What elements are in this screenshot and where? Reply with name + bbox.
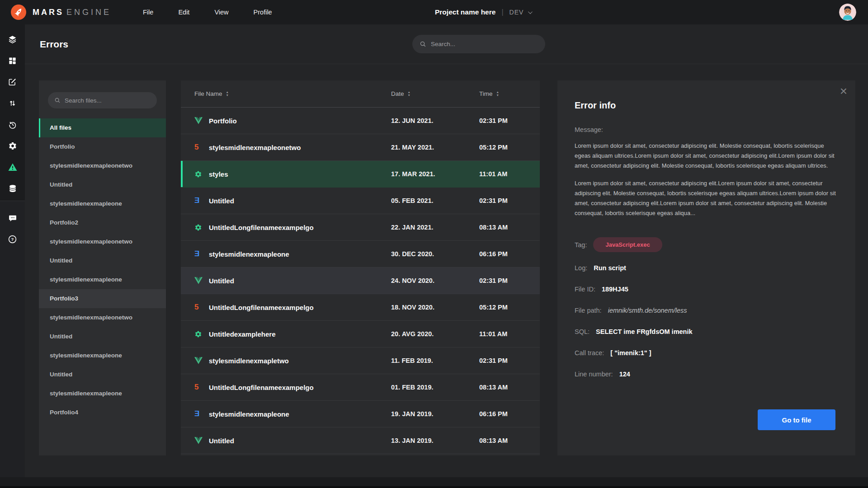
cell-file-name: Untitled: [209, 277, 391, 285]
file-list-item[interactable]: Untitled: [39, 327, 166, 346]
file-list-item[interactable]: Untitled: [39, 175, 166, 194]
file-type-icon-cell: [194, 117, 209, 124]
table-row[interactable]: Ǝstylesmidlenexmapleone30. DEC 2020.06:1…: [181, 241, 540, 267]
field-label: Log:: [575, 264, 587, 272]
table-row[interactable]: Untitled13. JAN 2019.08:13 AM: [181, 427, 540, 454]
file-list-item[interactable]: stylesmidlenexmapleone: [39, 270, 166, 289]
brand-primary: MARS: [33, 8, 64, 17]
error-table-body: Portfolio12. JUN 2021.02:31 PM5stylesmid…: [181, 108, 540, 454]
file-type-icon-cell: Ǝ: [194, 409, 209, 418]
database-icon[interactable]: [0, 178, 25, 199]
cell-time: 06:16 PM: [479, 250, 540, 258]
file-list-item[interactable]: stylesmidlenexmapleone: [39, 346, 166, 365]
menu-edit[interactable]: Edit: [178, 9, 189, 16]
column-label: Time: [479, 90, 493, 97]
file-list-item[interactable]: stylesmidlenexmapleone: [39, 384, 166, 403]
error-field: Tag:JavaScript.exec: [575, 237, 838, 252]
file-list-item[interactable]: stylesmidlenexmapleonetwo: [39, 232, 166, 251]
file-list-item[interactable]: Portfolio3: [39, 289, 166, 308]
table-row[interactable]: ƎUntitled05. FEB 2021.02:31 PM: [181, 188, 540, 214]
field-value: 124: [619, 371, 630, 378]
tag-badge[interactable]: JavaScript.exec: [593, 237, 662, 252]
error-fields: Tag:JavaScript.execLog:Run scriptFile ID…: [575, 237, 838, 380]
cell-file-name: Untitled: [209, 197, 391, 205]
sort-arrows-icon[interactable]: [0, 93, 25, 114]
error-field: File ID:189HJ45: [575, 284, 838, 295]
menu-view[interactable]: View: [214, 9, 228, 16]
page-header: Errors: [25, 24, 868, 64]
table-row[interactable]: UntitledLongfilenameexampelgo22. JAN 202…: [181, 214, 540, 241]
column-date[interactable]: Date ▲▼: [391, 90, 479, 97]
file-list-item[interactable]: All files: [39, 118, 166, 137]
css3-icon: Ǝ: [194, 409, 199, 418]
chat-icon[interactable]: [0, 207, 25, 229]
field-label: Call trace:: [575, 349, 604, 357]
file-list-item[interactable]: Portfolio: [39, 137, 166, 156]
field-label: SQL:: [575, 328, 590, 335]
cell-date: 21. MAY 2021.: [391, 144, 479, 151]
layers-icon[interactable]: [0, 29, 25, 50]
cell-time: 05:12 PM: [479, 304, 540, 311]
global-search[interactable]: [412, 35, 545, 53]
table-row[interactable]: 5UntitledLongfilenameexampelgo01. FEB 20…: [181, 374, 540, 401]
vue-icon: [194, 277, 203, 284]
sort-icon: ▲▼: [226, 91, 229, 97]
dashboard-icon[interactable]: [0, 50, 25, 71]
file-list-item[interactable]: stylesmidlenexmapleonetwo: [39, 308, 166, 327]
table-row[interactable]: 5UntitledLongfilenameexampelgo18. NOV 20…: [181, 294, 540, 321]
file-list: All filesPortfoliostylesmidlenexmapleone…: [39, 118, 166, 422]
history-icon[interactable]: [0, 114, 25, 135]
cell-file-name: stylesmidlenexmapletwo: [209, 357, 391, 365]
settings-gear-icon[interactable]: [0, 135, 25, 156]
table-row[interactable]: Ǝstylesmidlenexmapleone19. JAN 2019.06:1…: [181, 401, 540, 427]
file-search[interactable]: [48, 92, 157, 108]
table-row[interactable]: 5stylesmidlenexmapleonetwo21. MAY 2021.0…: [181, 134, 540, 161]
cell-time: 02:31 PM: [479, 117, 540, 124]
error-field: Line number:124: [575, 369, 838, 380]
cell-date: 24. NOV 2020.: [391, 277, 479, 284]
gear-icon: [194, 330, 202, 338]
errors-warning-icon[interactable]: [0, 156, 25, 178]
column-file-name[interactable]: File Name ▲▼: [194, 90, 391, 97]
cell-date: 13. JAN 2019.: [391, 437, 479, 444]
rail-top-group: [0, 24, 25, 199]
file-list-item[interactable]: stylesmidlenexmapleone: [39, 194, 166, 213]
column-time[interactable]: Time ▲▼: [479, 90, 540, 97]
svg-text:?: ?: [11, 237, 14, 242]
chevron-down-icon: [528, 9, 533, 14]
table-row[interactable]: Untitled24. NOV 2020.02:31 PM: [181, 267, 540, 294]
cell-date: 05. FEB 2021.: [391, 197, 479, 204]
cell-date: 11. FEB 2019.: [391, 357, 479, 364]
close-icon[interactable]: ×: [840, 85, 847, 98]
file-list-item[interactable]: Portfolio4: [39, 403, 166, 422]
go-to-file-button[interactable]: Go to file: [758, 409, 835, 430]
gear-icon: [194, 224, 202, 231]
search-input[interactable]: [431, 41, 545, 47]
cell-time: 11:01 AM: [479, 170, 540, 178]
table-row[interactable]: styles17. MAR 2021.11:01 AM: [181, 161, 540, 188]
cell-time: 02:31 PM: [479, 277, 540, 284]
cell-file-name: stylesmidlenexmapleone: [209, 250, 391, 258]
file-search-input[interactable]: [65, 97, 157, 104]
menu-profile[interactable]: Profile: [254, 9, 272, 16]
table-row[interactable]: Untitledexamplehere20. AVG 2020.11:01 AM: [181, 321, 540, 347]
user-avatar[interactable]: [839, 4, 856, 21]
field-label: Tag:: [575, 241, 587, 249]
sort-icon: ▲▼: [496, 91, 499, 97]
file-list-item[interactable]: Untitled: [39, 251, 166, 270]
table-row[interactable]: stylesmidlenexmapletwo11. FEB 2019.02:31…: [181, 347, 540, 374]
project-selector[interactable]: Project name here | DEV: [435, 0, 531, 24]
help-icon[interactable]: ?: [0, 229, 25, 250]
menu-file[interactable]: File: [143, 9, 153, 16]
file-list-item[interactable]: stylesmidlenexmapleonetwo: [39, 156, 166, 175]
file-type-icon-cell: [194, 170, 209, 178]
table-row[interactable]: Portfolio12. JUN 2021.02:31 PM: [181, 108, 540, 134]
sort-icon: ▲▼: [408, 91, 410, 97]
cell-time: 02:31 PM: [479, 357, 540, 364]
compose-icon[interactable]: [0, 71, 25, 93]
file-list-item[interactable]: Untitled: [39, 365, 166, 384]
environment-label: DEV: [509, 9, 524, 16]
error-field: File path:iemnik/smth.de/sonem/less: [575, 305, 838, 316]
file-list-item[interactable]: Portfolio2: [39, 213, 166, 232]
field-label: File path:: [575, 307, 602, 314]
